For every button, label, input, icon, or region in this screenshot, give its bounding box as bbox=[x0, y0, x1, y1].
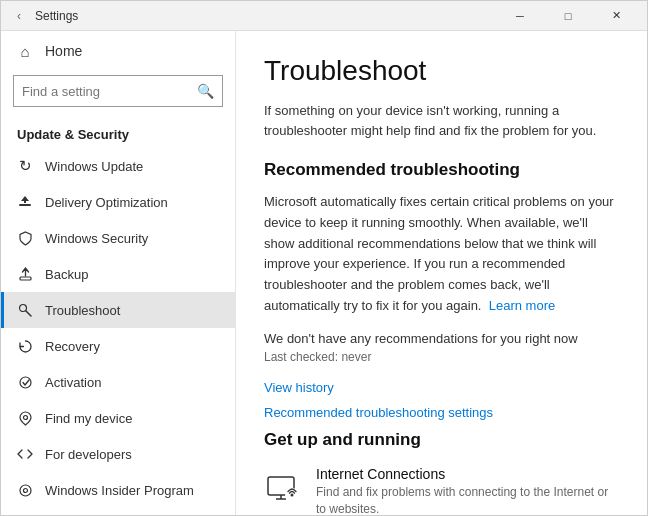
page-title: Troubleshoot bbox=[264, 55, 619, 87]
search-input[interactable] bbox=[22, 84, 197, 99]
troubleshoot-item-internet: Internet Connections Find and fix proble… bbox=[264, 466, 619, 515]
home-icon: ⌂ bbox=[17, 43, 33, 59]
activation-icon bbox=[17, 374, 33, 390]
find-my-device-icon bbox=[17, 410, 33, 426]
main-content: ⌂ Home 🔍 Update & Security ↻ Windows Upd… bbox=[1, 31, 647, 515]
sidebar-item-recovery[interactable]: Recovery bbox=[1, 328, 235, 364]
sidebar-section-title: Update & Security bbox=[1, 119, 235, 148]
recommended-settings-link[interactable]: Recommended troubleshooting settings bbox=[264, 405, 619, 420]
svg-rect-1 bbox=[20, 277, 31, 280]
page-description: If something on your device isn't workin… bbox=[264, 101, 619, 140]
troubleshoot-icon bbox=[17, 302, 33, 318]
recommended-body-text: Microsoft automatically fixes certain cr… bbox=[264, 194, 614, 313]
backup-icon bbox=[17, 266, 33, 282]
recommended-body: Microsoft automatically fixes certain cr… bbox=[264, 192, 619, 317]
sidebar-item-label: Windows Update bbox=[45, 159, 143, 174]
sidebar-item-backup[interactable]: Backup bbox=[1, 256, 235, 292]
sidebar-item-find-my-device[interactable]: Find my device bbox=[1, 400, 235, 436]
last-checked-text: Last checked: never bbox=[264, 350, 619, 364]
sidebar-item-windows-update[interactable]: ↻ Windows Update bbox=[1, 148, 235, 184]
sidebar-item-for-developers[interactable]: For developers bbox=[1, 436, 235, 472]
search-icon[interactable]: 🔍 bbox=[197, 83, 214, 99]
sidebar-item-label: Recovery bbox=[45, 339, 100, 354]
sidebar-item-windows-insider[interactable]: Windows Insider Program bbox=[1, 472, 235, 508]
sidebar-item-troubleshoot[interactable]: Troubleshoot bbox=[1, 292, 235, 328]
svg-point-11 bbox=[291, 493, 294, 496]
sidebar-item-label: Troubleshoot bbox=[45, 303, 120, 318]
get-running-title: Get up and running bbox=[264, 430, 619, 450]
title-bar: ‹ Settings ─ □ ✕ bbox=[1, 1, 647, 31]
home-label: Home bbox=[45, 43, 82, 59]
recovery-icon bbox=[17, 338, 33, 354]
window-controls: ─ □ ✕ bbox=[497, 1, 639, 31]
learn-more-link[interactable]: Learn more bbox=[489, 298, 555, 313]
sidebar-item-delivery-optimization[interactable]: Delivery Optimization bbox=[1, 184, 235, 220]
windows-insider-icon bbox=[17, 482, 33, 498]
content-area: Troubleshoot If something on your device… bbox=[236, 31, 647, 515]
sidebar-item-home[interactable]: ⌂ Home bbox=[1, 31, 235, 71]
internet-connections-desc: Find and fix problems with connecting to… bbox=[316, 484, 619, 515]
sidebar-item-label: Windows Security bbox=[45, 231, 148, 246]
sidebar-item-label: Windows Insider Program bbox=[45, 483, 194, 498]
sidebar-item-activation[interactable]: Activation bbox=[1, 364, 235, 400]
internet-connections-icon bbox=[264, 468, 302, 506]
window-title: Settings bbox=[35, 9, 78, 23]
sidebar-item-label: Activation bbox=[45, 375, 101, 390]
delivery-optimization-icon bbox=[17, 194, 33, 210]
internet-connections-text: Internet Connections Find and fix proble… bbox=[316, 466, 619, 515]
recommended-section-title: Recommended troubleshooting bbox=[264, 160, 619, 180]
view-history-link[interactable]: View history bbox=[264, 380, 619, 395]
svg-point-6 bbox=[23, 488, 27, 492]
windows-update-icon: ↻ bbox=[17, 158, 33, 174]
sidebar: ⌂ Home 🔍 Update & Security ↻ Windows Upd… bbox=[1, 31, 236, 515]
close-button[interactable]: ✕ bbox=[593, 1, 639, 31]
internet-connections-name: Internet Connections bbox=[316, 466, 619, 482]
sidebar-item-windows-security[interactable]: Windows Security bbox=[1, 220, 235, 256]
minimize-button[interactable]: ─ bbox=[497, 1, 543, 31]
maximize-button[interactable]: □ bbox=[545, 1, 591, 31]
back-button[interactable]: ‹ bbox=[9, 6, 29, 26]
sidebar-item-label: Find my device bbox=[45, 411, 132, 426]
svg-rect-0 bbox=[19, 204, 31, 206]
for-developers-icon bbox=[17, 446, 33, 462]
windows-security-icon bbox=[17, 230, 33, 246]
settings-window: ‹ Settings ─ □ ✕ ⌂ Home 🔍 Update & Secur… bbox=[0, 0, 648, 516]
svg-point-3 bbox=[20, 377, 31, 388]
svg-point-4 bbox=[23, 415, 27, 419]
svg-point-5 bbox=[20, 485, 31, 496]
sidebar-item-label: Delivery Optimization bbox=[45, 195, 168, 210]
sidebar-item-label: For developers bbox=[45, 447, 132, 462]
search-box: 🔍 bbox=[13, 75, 223, 107]
sidebar-item-label: Backup bbox=[45, 267, 88, 282]
title-bar-left: ‹ Settings bbox=[9, 6, 497, 26]
no-recommendations-text: We don't have any recommendations for yo… bbox=[264, 331, 619, 346]
